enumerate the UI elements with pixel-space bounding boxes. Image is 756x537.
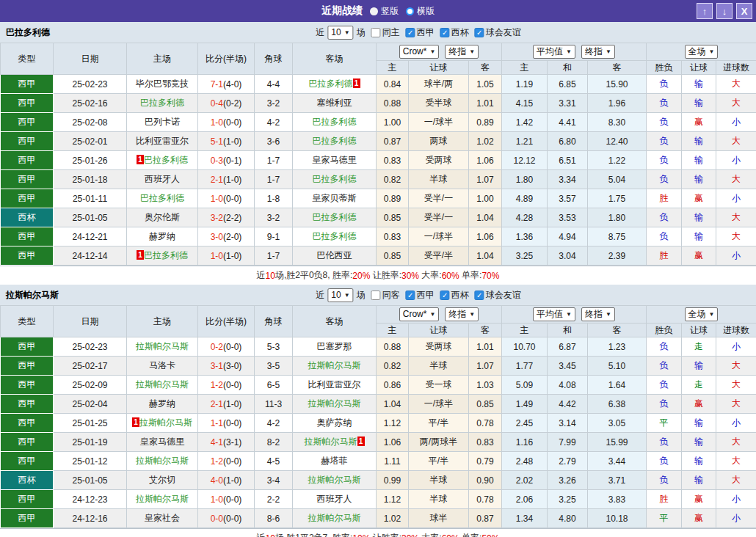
home-team-link[interactable]: 奥尔伦斯 <box>127 208 198 227</box>
away-team-link[interactable]: 巴塞罗那 <box>293 337 377 357</box>
match-date: 25-01-26 <box>54 151 127 170</box>
away-team-link[interactable]: 巴拉多利德1 <box>293 75 377 94</box>
table-row: 西甲 25-01-25 1拉斯帕尔马斯 1-1(0-0) 4-2 奥萨苏纳 1.… <box>1 414 756 433</box>
home-team-link[interactable]: 巴拉多利德 <box>127 94 198 113</box>
home-team-link[interactable]: 毕尔巴鄂竞技 <box>127 75 198 94</box>
corner-count: 8-2 <box>255 433 293 452</box>
bookmaker-select[interactable]: Crow*▼ <box>399 45 440 59</box>
avg-home-odds: 1.19 <box>502 75 548 94</box>
match-date: 25-01-05 <box>54 208 127 227</box>
home-team-link[interactable]: 赫罗纳 <box>127 395 198 414</box>
away-team-link[interactable]: 奥萨苏纳 <box>293 414 377 433</box>
close-icon: X <box>741 6 748 17</box>
odds-handicap: 平/半 <box>409 414 469 433</box>
away-team-link[interactable]: 巴拉多利德 <box>293 132 377 151</box>
home-team-link[interactable]: 拉斯帕尔马斯 <box>127 490 198 509</box>
away-team-link[interactable]: 巴拉多利德 <box>293 227 377 246</box>
away-team-link[interactable]: 巴拉多利德 <box>293 208 377 227</box>
same-home-checkbox[interactable] <box>371 28 381 37</box>
layout-vertical-radio[interactable]: 竖版 <box>370 5 399 18</box>
away-team-link[interactable]: 巴拉多利德 <box>293 113 377 132</box>
result-handicap: 赢 <box>682 509 716 528</box>
layout-horizontal-radio[interactable]: 横版 <box>406 5 435 18</box>
odds-home: 1.06 <box>377 433 409 452</box>
home-team-link[interactable]: 1巴拉多利德 <box>127 246 198 266</box>
same-away-checkbox[interactable] <box>371 291 381 300</box>
table-row: 西甲 24-12-21 赫罗纳 3-0(2-0) 9-1 巴拉多利德 0.83 … <box>1 227 756 246</box>
home-team-link[interactable]: 赫罗纳 <box>127 227 198 246</box>
league-cup-checkbox[interactable] <box>440 291 450 300</box>
home-team-link[interactable]: 西班牙人 <box>127 170 198 189</box>
result-goals: 大 <box>716 170 756 189</box>
result-winlose: 负 <box>647 75 682 94</box>
league-liga-checkbox[interactable] <box>406 28 415 37</box>
home-team-link[interactable]: 1拉斯帕尔马斯 <box>127 414 198 433</box>
away-team-link[interactable]: 塞维利亚 <box>293 94 377 113</box>
home-team-link[interactable]: 巴拉多利德 <box>127 189 198 208</box>
away-team-link[interactable]: 拉斯帕尔马斯 <box>293 357 377 376</box>
home-team-link[interactable]: 艾尔切 <box>127 471 198 490</box>
team-name-text: 巴拉多利德 <box>144 155 188 165</box>
sub-avg-draw: 和 <box>548 324 588 337</box>
away-team-link[interactable]: 皇家贝蒂斯 <box>293 189 377 208</box>
chevron-down-icon: ▼ <box>344 29 350 36</box>
average-select[interactable]: 平均值▼ <box>533 307 575 321</box>
away-team-link[interactable]: 比利亚雷亚尔 <box>293 376 377 395</box>
fulltime-score: 1-0 <box>211 251 223 261</box>
odds-away: 0.90 <box>469 471 502 490</box>
home-team-link[interactable]: 马洛卡 <box>127 357 198 376</box>
average-stage-select[interactable]: 终指▼ <box>581 307 615 321</box>
home-team-link[interactable]: 巴列卡诺 <box>127 113 198 132</box>
away-team-link[interactable]: 赫塔菲 <box>293 452 377 471</box>
home-team-link[interactable]: 皇家马德里 <box>127 433 198 452</box>
home-team-link[interactable]: 比利亚雷亚尔 <box>127 132 198 151</box>
league-liga-checkbox[interactable] <box>406 291 415 300</box>
away-team-link[interactable]: 巴伦西亚 <box>293 246 377 266</box>
red-card-badge: 1 <box>357 436 365 446</box>
odds-stage-select[interactable]: 终指▼ <box>445 307 479 321</box>
close-button[interactable]: X <box>736 3 752 19</box>
average-select[interactable]: 平均值▼ <box>533 45 575 59</box>
away-team-link[interactable]: 拉斯帕尔马斯 <box>293 471 377 490</box>
result-winlose: 平 <box>647 509 682 528</box>
away-team-link[interactable]: 拉斯帕尔马斯 <box>293 395 377 414</box>
match-type-badge: 西甲 <box>1 452 54 471</box>
avg-draw-odds: 4.80 <box>548 509 588 528</box>
home-team-link[interactable]: 拉斯帕尔马斯 <box>127 376 198 395</box>
average-stage-select[interactable]: 终指▼ <box>581 45 615 59</box>
home-team-link[interactable]: 皇家社会 <box>127 509 198 528</box>
league-friendly-checkbox[interactable] <box>475 291 484 300</box>
away-team-link[interactable]: 巴拉多利德 <box>293 170 377 189</box>
home-team-link[interactable]: 拉斯帕尔马斯 <box>127 337 198 357</box>
home-team-link[interactable]: 拉斯帕尔马斯 <box>127 452 198 471</box>
move-down-button[interactable]: ↓ <box>716 3 733 19</box>
table-row: 西甲 25-01-11 巴拉多利德 1-0(0-0) 1-8 皇家贝蒂斯 0.8… <box>1 189 756 208</box>
scope-select[interactable]: 全场▼ <box>685 307 719 321</box>
match-score: 4-1(3-1) <box>198 433 255 452</box>
away-team-link[interactable]: 拉斯帕尔马斯1 <box>293 433 377 452</box>
result-handicap: 输 <box>682 227 716 246</box>
away-team-link[interactable]: 西班牙人 <box>293 490 377 509</box>
avg-home-odds: 4.15 <box>502 94 548 113</box>
result-goals: 小 <box>716 509 756 528</box>
match-count-select[interactable]: 10▼ <box>327 26 353 40</box>
same-home-label: 同主 <box>382 26 400 39</box>
halftime-score: (0-1) <box>223 156 241 166</box>
halftime-score: (1-0) <box>223 175 241 185</box>
match-score: 2-1(1-0) <box>198 395 255 414</box>
avg-home-odds: 1.21 <box>502 132 548 151</box>
move-up-button[interactable]: ↑ <box>697 3 713 19</box>
bookmaker-select[interactable]: Crow*▼ <box>399 307 440 321</box>
summary-stat-value: 10 <box>266 533 275 537</box>
odds-stage-select[interactable]: 终指▼ <box>445 45 479 59</box>
home-team-link[interactable]: 1巴拉多利德 <box>127 151 198 170</box>
table-row: 西甲 25-02-04 赫罗纳 2-1(1-0) 11-3 拉斯帕尔马斯 1.0… <box>1 395 756 414</box>
away-team-link[interactable]: 皇家马德里 <box>293 151 377 170</box>
scope-select[interactable]: 全场▼ <box>685 45 719 59</box>
team-name-text: 巴拉多利德 <box>313 174 357 184</box>
away-team-link[interactable]: 拉斯帕尔马斯 <box>293 509 377 528</box>
result-goals: 小 <box>716 151 756 170</box>
league-friendly-checkbox[interactable] <box>475 28 484 37</box>
league-cup-checkbox[interactable] <box>440 28 450 37</box>
match-count-select[interactable]: 10▼ <box>327 288 353 302</box>
